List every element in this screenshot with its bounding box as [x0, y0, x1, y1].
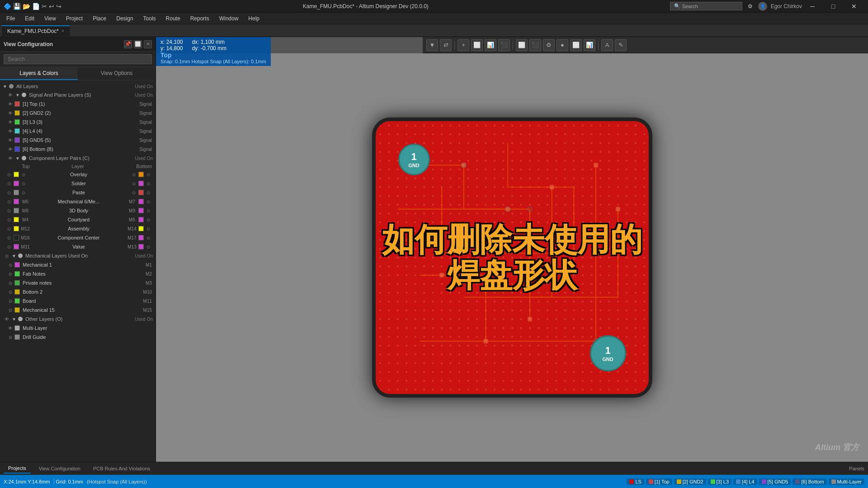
- toolbar-icon-3[interactable]: 📄: [32, 3, 40, 10]
- status-layer-gnd5[interactable]: [5] GND5: [759, 479, 791, 485]
- titlebar-search[interactable]: 🔍 Search: [670, 2, 742, 10]
- menu-item-place[interactable]: Place: [88, 14, 111, 23]
- fabnotes-eye[interactable]: ⊙: [7, 272, 14, 277]
- layer-l4[interactable]: 👁 [4] L4 (4) Signal: [0, 127, 156, 136]
- tab-view-config[interactable]: View Configuration: [34, 464, 85, 473]
- status-layer-multilayer[interactable]: Multi-Layer: [829, 479, 864, 485]
- text-button[interactable]: A: [601, 39, 613, 51]
- meas-button[interactable]: ⬛: [529, 39, 541, 51]
- panels-button[interactable]: Panels: [849, 466, 864, 471]
- toolbar-icon-2[interactable]: 📂: [23, 3, 30, 10]
- layer-mech15[interactable]: ⊙ Mechanical 15 M15: [0, 305, 156, 314]
- comp-row-solder[interactable]: ⊙ ⊙ Solder ⊙ ⊙: [0, 179, 156, 188]
- mech15-eye[interactable]: ⊙: [7, 308, 14, 313]
- float-button[interactable]: ⬜: [134, 40, 142, 48]
- menu-item-window[interactable]: Window: [215, 14, 243, 23]
- filter-button[interactable]: ▼: [426, 39, 438, 51]
- status-layer-top[interactable]: [1] Top: [646, 479, 672, 485]
- pcb-board-view[interactable]: 如何删除未使用的 焊盘形状 1 GND 1 GND Altium 官方: [156, 53, 868, 462]
- layer-drillguide[interactable]: ⊙ Drill Guide: [0, 333, 156, 342]
- layer-eye-top[interactable]: 👁: [7, 102, 14, 107]
- menu-item-route[interactable]: Route: [161, 14, 185, 23]
- menu-item-reports[interactable]: Reports: [186, 14, 214, 23]
- add-button[interactable]: +: [458, 39, 469, 51]
- settings-icon[interactable]: ⚙: [748, 3, 753, 9]
- toolbar-icon-4[interactable]: ✂: [42, 3, 47, 10]
- comp-row-value[interactable]: ⊙ M31 Value M13 ⊙: [0, 242, 156, 251]
- layer-bottom2[interactable]: ⊙ Bottom 2 M10: [0, 287, 156, 296]
- poly-button[interactable]: ⬜: [516, 39, 528, 51]
- route-button[interactable]: ⇄: [440, 39, 452, 51]
- rect-button[interactable]: ⬜: [471, 39, 483, 51]
- other-section-header[interactable]: 👁 ▼ Other Layers (O) Used On: [0, 314, 156, 324]
- signal-section-header[interactable]: 👁 ▼ Signal And Plane Layers (S) Used On: [0, 90, 156, 99]
- redo-icon[interactable]: ↪: [56, 3, 61, 10]
- layer-top[interactable]: 👁 [1] Top (1) Signal: [0, 99, 156, 108]
- panel-search-input[interactable]: [4, 54, 152, 64]
- layer-board[interactable]: ⊙ Board M11: [0, 296, 156, 305]
- comp-row-assembly[interactable]: ⊙ M12 Assembly M14 ⊙: [0, 224, 156, 233]
- menu-item-help[interactable]: Help: [244, 14, 264, 23]
- layer-gnd2[interactable]: 👁 [2] GND2 (2) Signal: [0, 108, 156, 117]
- menu-item-view[interactable]: View: [40, 14, 61, 23]
- comp-row-courtyard[interactable]: ⊙ M4 Courtyard M5 ⊙: [0, 215, 156, 224]
- pin-button[interactable]: 📌: [124, 40, 132, 48]
- layer-eye-gnd2[interactable]: 👁: [7, 111, 14, 116]
- mech1-eye[interactable]: ⊙: [7, 263, 14, 267]
- toolbar-icon-1[interactable]: 💾: [13, 3, 21, 10]
- other-eye-icon[interactable]: 👁: [4, 316, 10, 322]
- pad-button[interactable]: ●: [557, 39, 568, 51]
- 3d-button[interactable]: ⚙: [543, 39, 555, 51]
- comp-row-paste[interactable]: ⊙ ⊙ Paste ⊙ ⊙: [0, 188, 156, 197]
- layer-privatenotes[interactable]: ⊙ Private notes M3: [0, 278, 156, 287]
- comp-row-3dbody[interactable]: ⊙ M8 3D Body M9 ⊙: [0, 206, 156, 215]
- via-button[interactable]: ⬜: [570, 39, 582, 51]
- menu-item-file[interactable]: File: [2, 14, 19, 23]
- status-layer-ls[interactable]: LS: [627, 479, 644, 485]
- menu-item-design[interactable]: Design: [112, 14, 137, 23]
- signal-eye-icon[interactable]: 👁: [7, 92, 14, 98]
- status-layer-l3[interactable]: [3] L3: [708, 479, 732, 485]
- layer-fabnotes[interactable]: ⊙ Fab Notes M2: [0, 269, 156, 278]
- layer-multilayer[interactable]: 👁 Multi-Layer: [0, 324, 156, 333]
- draw-button[interactable]: ✎: [615, 39, 627, 51]
- layer-mech1[interactable]: ⊙ Mechanical 1 M1: [0, 260, 156, 269]
- layer-bottom[interactable]: 👁 [6] Bottom (B) Signal: [0, 145, 156, 154]
- layer-eye-gnd5[interactable]: 👁: [7, 138, 14, 143]
- fill-button[interactable]: ⬛: [498, 39, 510, 51]
- menu-item-tools[interactable]: Tools: [139, 14, 160, 23]
- menu-item-project[interactable]: Project: [61, 14, 87, 23]
- comp-button[interactable]: 📊: [584, 39, 595, 51]
- bottom2-eye[interactable]: ⊙: [7, 290, 14, 295]
- mechanical-eye-icon[interactable]: ⊙: [4, 253, 10, 259]
- board-eye[interactable]: ⊙: [7, 299, 14, 304]
- tab-layers-colors[interactable]: Layers & Colors: [0, 67, 78, 80]
- minimize-button[interactable]: ─: [802, 0, 823, 13]
- tab-view-options[interactable]: View Options: [78, 67, 156, 80]
- multilayer-eye[interactable]: 👁: [7, 326, 14, 331]
- layer-eye-l4[interactable]: 👁: [7, 129, 14, 134]
- layer-gnd5[interactable]: 👁 [5] GND5 (5) Signal: [0, 136, 156, 145]
- tab-close-button[interactable]: ×: [61, 28, 64, 33]
- layer-l3[interactable]: 👁 [3] L3 (3) Signal: [0, 117, 156, 127]
- close-panel-button[interactable]: ✕: [144, 40, 152, 48]
- main-pcb-area[interactable]: x: 24,100 dx: 1,100 mm y: 14,800 dy: -0,…: [156, 37, 868, 462]
- comp-row-overlay[interactable]: ⊙ ⊙ Overlay ⊙ ⊙: [0, 170, 156, 179]
- tab-pcb-rules[interactable]: PCB Rules And Violations: [89, 464, 155, 473]
- tab-projects[interactable]: Projects: [4, 464, 31, 474]
- comp-row-mech6[interactable]: ⊙ M6 Mechanical 6/Me... M7 ⊙: [0, 197, 156, 206]
- undo-icon[interactable]: ↩: [49, 3, 54, 10]
- drillguide-eye[interactable]: ⊙: [7, 335, 14, 340]
- status-layer-gnd2[interactable]: [2] GND2: [674, 479, 706, 485]
- mechanical-section-header[interactable]: ⊙ ▼ Mechanical Layers Used On Used On: [0, 251, 156, 260]
- component-eye-icon[interactable]: 👁: [7, 155, 14, 161]
- comp-row-compcenter[interactable]: ⊙ M16 Component Center M17 ⊙: [0, 233, 156, 242]
- maximize-button[interactable]: □: [823, 0, 844, 13]
- privatenotes-eye[interactable]: ⊙: [7, 281, 14, 286]
- status-layer-l4[interactable]: [4] L4: [733, 479, 757, 485]
- component-section-header[interactable]: 👁 ▼ Component Layer Pairs (C) Used On: [0, 154, 156, 163]
- menu-item-edit[interactable]: Edit: [20, 14, 39, 23]
- close-button[interactable]: ✕: [844, 0, 864, 13]
- status-layer-bottom[interactable]: [6] Bottom: [793, 479, 826, 485]
- active-tab[interactable]: Kame_FMU.PcbDoc* ×: [2, 25, 70, 36]
